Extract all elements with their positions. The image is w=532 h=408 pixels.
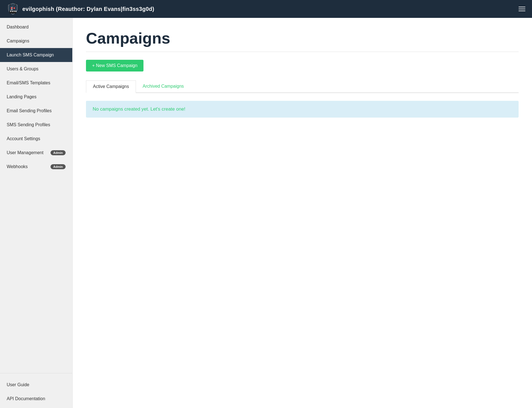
sidebar-item-landing-pages[interactable]: Landing Pages [0,90,72,104]
sidebar-item-label: Launch SMS Campaign [7,53,54,58]
tab-active[interactable]: Active Campaigns [86,80,136,93]
sidebar-item-label: Webhooks [7,164,28,169]
sidebar-item-email-sms-templates[interactable]: Email/SMS Templates [0,76,72,90]
sidebar-item-label: Landing Pages [7,94,37,99]
sidebar-item-label: Email Sending Profiles [7,108,52,113]
header-title: evilgophish (Reauthor: Dylan Evans|fin3s… [22,6,154,12]
sidebar-nav: DashboardCampaignsLaunch SMS CampaignUse… [0,18,72,371]
sidebar-item-campaigns[interactable]: Campaigns [0,34,72,48]
new-campaign-label: + New SMS Campaign [92,63,137,68]
svg-point-4 [11,8,12,9]
sidebar-item-label: Email/SMS Templates [7,80,50,85]
hamburger-menu-button[interactable] [519,7,525,11]
tab-archived[interactable]: Archived Campaigns [136,80,191,93]
main-layout: DashboardCampaignsLaunch SMS CampaignUse… [0,18,532,408]
sidebar-item-label: API Documentation [7,396,45,401]
sidebar-item-label: SMS Sending Profiles [7,122,50,127]
main-content: Campaigns + New SMS Campaign Active Camp… [73,18,532,408]
sidebar-item-label: Account Settings [7,136,40,141]
sidebar-item-launch-sms[interactable]: Launch SMS Campaign [0,48,72,62]
page-title: Campaigns [86,29,519,47]
svg-rect-9 [12,11,13,12]
sidebar-badge-user-management: Admin [51,150,66,155]
sidebar-divider [0,373,72,373]
empty-state-message: No campaigns created yet. Let's create o… [86,101,519,118]
sidebar-item-email-sending-profiles[interactable]: Email Sending Profiles [0,104,72,118]
sidebar: DashboardCampaignsLaunch SMS CampaignUse… [0,18,73,408]
new-sms-campaign-button[interactable]: + New SMS Campaign [86,60,143,71]
sidebar-item-users-groups[interactable]: Users & Groups [0,62,72,76]
svg-rect-8 [10,11,11,12]
sidebar-item-sms-sending-profiles[interactable]: SMS Sending Profiles [0,118,72,132]
page-divider [86,52,519,52]
sidebar-item-webhooks[interactable]: WebhooksAdmin [0,160,72,174]
app-header: J evilgophish (Reauthor: Dylan Evans|fin… [0,0,532,18]
sidebar-item-label: Users & Groups [7,66,39,71]
sidebar-item-label: User Guide [7,382,29,387]
header-left: J evilgophish (Reauthor: Dylan Evans|fin… [7,3,154,15]
svg-point-5 [14,8,15,9]
svg-rect-11 [15,11,16,12]
sidebar-item-account-settings[interactable]: Account Settings [0,132,72,146]
sidebar-item-dashboard[interactable]: Dashboard [0,20,72,34]
svg-rect-10 [14,11,15,12]
campaign-tabs: Active CampaignsArchived Campaigns [86,80,519,93]
app-logo: J [7,3,19,15]
sidebar-item-label: Dashboard [7,25,28,30]
sidebar-item-user-management[interactable]: User ManagementAdmin [0,146,72,160]
sidebar-item-api-documentation[interactable]: API Documentation [0,392,72,406]
sidebar-item-user-guide[interactable]: User Guide [0,378,72,392]
sidebar-bottom: User GuideAPI Documentation [0,376,72,408]
sidebar-item-label: Campaigns [7,39,29,44]
sidebar-item-label: User Management [7,150,44,155]
sidebar-badge-webhooks: Admin [51,164,66,169]
